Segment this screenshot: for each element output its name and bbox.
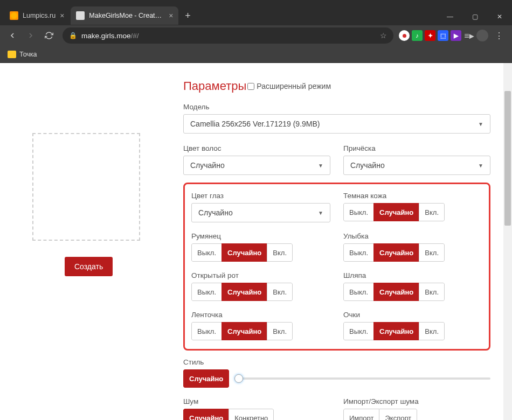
open-mouth-toggle: Выкл. Случайно Вкл. [191,283,293,301]
params-title: Параметры [183,79,246,93]
menu-button[interactable]: ⋮ [490,31,508,41]
ext-purple-icon[interactable]: ▶ [451,30,461,41]
toggle-random[interactable]: Случайно [222,322,267,340]
dark-skin-toggle: Выкл. Случайно Вкл. [343,203,445,221]
tab-strip: Lumpics.ru × MakeGirlsMoe - Create Anime… [0,6,438,25]
style-slider[interactable] [234,377,490,380]
url-path: /#/ [131,32,139,40]
tab-title: Lumpics.ru [23,12,56,19]
tab-lumpics[interactable]: Lumpics.ru × [4,6,70,25]
open-mouth-label: Открытый рот [191,271,330,279]
url-field[interactable]: 🔒 make.girls.moe /#/ ☆ [63,27,393,44]
toggle-off[interactable]: Выкл. [343,322,374,340]
toggle-on[interactable]: Вкл. [419,322,445,340]
tab-title: MakeGirlsMoe - Create Anime Ch [89,12,164,19]
toggle-off[interactable]: Выкл. [343,283,374,301]
new-tab-button[interactable]: + [179,10,196,22]
style-label: Стиль [183,358,490,366]
hair-color-dropdown[interactable]: Случайно ▼ [183,156,330,175]
hat-toggle: Выкл. Случайно Вкл. [343,283,445,301]
favicon-lumpics [10,11,18,20]
noise-import[interactable]: Импорт [343,409,379,420]
reading-list-icon[interactable]: ≡▸ [463,30,474,41]
caret-icon: ▼ [478,121,483,127]
hat-label: Шляпа [343,271,482,279]
window-controls: — ▢ ✕ [438,8,512,25]
toggle-random[interactable]: Случайно [222,283,267,301]
advanced-label: Расширенный режим [257,82,331,90]
params-header: Параметры Расширенный режим [183,79,490,93]
close-icon[interactable]: × [60,11,64,20]
close-icon[interactable]: × [169,11,173,20]
left-column: Создать [32,79,167,420]
right-column: Параметры Расширенный режим Модель Camel… [167,79,490,420]
url-domain: make.girls.moe [81,32,131,40]
page-content: Создать Параметры Расширенный режим Моде… [0,63,512,420]
extension-icons: ♪ ✦ ⬚ ▶ ≡▸ ⋮ [399,30,508,41]
noise-label: Шум [183,397,330,405]
toggle-off[interactable]: Выкл. [191,243,222,262]
blush-label: Румянец [191,232,330,240]
noise-random[interactable]: Случайно [183,409,229,420]
create-button[interactable]: Создать [65,257,113,276]
toggle-on[interactable]: Вкл. [419,203,445,221]
noise-io-toggle: Импорт Экспорт [343,409,417,420]
eye-color-dropdown[interactable]: Случайно ▼ [191,203,330,222]
maximize-button[interactable]: ▢ [462,8,487,25]
page-viewport: Создать Параметры Расширенный режим Моде… [0,63,512,420]
toggle-on[interactable]: Вкл. [267,283,293,301]
smile-label: Улыбка [343,232,482,240]
toggle-on[interactable]: Вкл. [267,322,293,340]
highlighted-options: Цвет глаз Случайно ▼ Темная кожа Выкл. С… [183,183,490,351]
bookmarks-bar: Точка [0,46,512,63]
toggle-random[interactable]: Случайно [222,243,267,262]
model-dropdown[interactable]: Camellia 256x256 Ver.171219 (9.9MB) ▼ [183,114,490,134]
toggle-random[interactable]: Случайно [373,243,419,262]
noise-toggle: Случайно Конкретно [183,409,274,420]
titlebar: Lumpics.ru × MakeGirlsMoe - Create Anime… [0,0,512,25]
bookmark-star-icon[interactable]: ☆ [380,31,387,40]
caret-icon: ▼ [318,210,323,216]
noise-import-label: Импорт/Экспорт шума [343,397,490,405]
toggle-off[interactable]: Выкл. [191,322,222,340]
reload-button[interactable] [41,27,57,44]
toggle-off[interactable]: Выкл. [343,203,374,221]
bookmark-label: Точка [19,51,37,58]
bookmark-tochka[interactable]: Точка [8,51,37,58]
glasses-toggle: Выкл. Случайно Вкл. [343,322,445,340]
minimize-button[interactable]: — [438,8,462,25]
style-random[interactable]: Случайно [183,369,229,388]
slider-thumb[interactable] [234,374,243,383]
ext-red-icon[interactable]: ✦ [425,30,435,41]
forward-button[interactable] [23,27,39,44]
scrollbar[interactable] [503,63,512,420]
toggle-random[interactable]: Случайно [373,283,419,301]
toggle-on[interactable]: Вкл. [419,243,445,262]
toggle-on[interactable]: Вкл. [419,283,445,301]
ext-opera-icon[interactable] [399,30,410,41]
noise-export[interactable]: Экспорт [379,409,417,420]
close-window-button[interactable]: ✕ [487,8,512,25]
hair-color-value: Случайно [190,161,225,170]
profile-avatar[interactable] [476,30,488,41]
tab-makegirlsmoe[interactable]: MakeGirlsMoe - Create Anime Ch × [71,6,178,25]
advanced-checkbox[interactable] [247,83,254,90]
toggle-on[interactable]: Вкл. [267,243,293,262]
smile-toggle: Выкл. Случайно Вкл. [343,243,445,262]
folder-icon [8,51,16,58]
noise-concrete[interactable]: Конкретно [229,409,274,420]
scroll-thumb[interactable] [504,91,511,226]
ribbon-toggle: Выкл. Случайно Вкл. [191,322,293,340]
toggle-random[interactable]: Случайно [373,203,419,221]
blush-toggle: Выкл. Случайно Вкл. [191,243,293,262]
ext-green-icon[interactable]: ♪ [412,30,423,41]
toggle-random[interactable]: Случайно [373,322,419,340]
preview-placeholder [32,133,140,241]
dark-skin-label: Темная кожа [343,192,482,200]
toggle-off[interactable]: Выкл. [343,243,374,262]
toggle-off[interactable]: Выкл. [191,283,222,301]
ext-blue-icon[interactable]: ⬚ [438,30,448,41]
hairstyle-dropdown[interactable]: Случайно ▼ [343,156,490,175]
back-button[interactable] [4,27,20,44]
style-row: Случайно [183,369,490,388]
